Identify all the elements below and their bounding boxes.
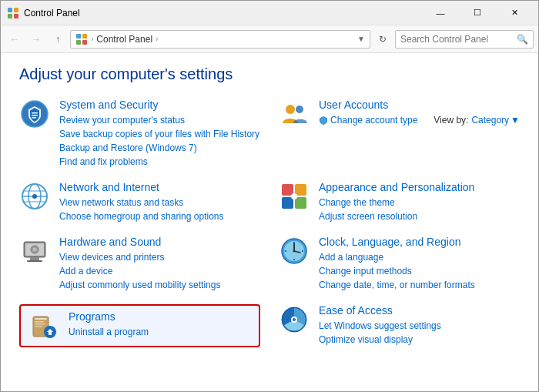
ease-of-access-icon (279, 304, 310, 335)
network-internet-title[interactable]: Network and Internet (59, 181, 260, 193)
system-security-title[interactable]: System and Security (59, 99, 260, 111)
svg-rect-5 (82, 34, 87, 39)
window-icon (7, 7, 19, 19)
address-path[interactable]: › Control Panel › ▼ (70, 30, 370, 49)
path-separator: › (91, 35, 93, 43)
svg-rect-0 (8, 8, 12, 12)
up-button[interactable]: ↑ (49, 30, 67, 49)
svg-rect-3 (14, 14, 18, 18)
shield-icon (319, 116, 328, 125)
programs-content: Programs Uninstall a program (69, 310, 251, 339)
categories-grid: System and Security Review your computer… (19, 99, 520, 347)
svg-rect-22 (295, 184, 306, 196)
programs-icon (28, 310, 59, 341)
category-ease-of-access: Ease of Access Let Windows suggest setti… (279, 304, 520, 347)
path-dropdown[interactable]: ▼ (357, 35, 365, 43)
window-title: Control Panel (24, 8, 423, 18)
svg-point-25 (291, 193, 297, 199)
system-security-link-3[interactable]: Backup and Restore (Windows 7) (59, 141, 260, 155)
svg-rect-7 (82, 40, 87, 45)
user-accounts-icon (279, 99, 310, 129)
network-internet-content: Network and Internet View network status… (59, 181, 260, 223)
view-by-value-text: Category (471, 115, 509, 126)
svg-rect-31 (27, 260, 42, 262)
svg-rect-43 (35, 321, 44, 323)
hardware-sound-link-2[interactable]: Add a device (59, 264, 260, 278)
hardware-sound-content: Hardware and Sound View devices and prin… (59, 236, 260, 292)
ease-of-access-title[interactable]: Ease of Access (319, 304, 520, 317)
system-security-link-2[interactable]: Save backup copies of your files with Fi… (59, 127, 260, 141)
view-by-chevron-icon: ▼ (511, 115, 520, 126)
close-button[interactable]: ✕ (497, 1, 532, 25)
programs-title[interactable]: Programs (69, 310, 251, 323)
network-internet-link-2[interactable]: Choose homegroup and sharing options (59, 209, 260, 223)
svg-rect-12 (32, 117, 36, 119)
view-by-label: View by: (434, 115, 468, 126)
svg-rect-45 (35, 326, 42, 327)
svg-rect-44 (35, 323, 45, 325)
clock-language-content: Clock, Language, and Region Add a langua… (319, 236, 520, 292)
clock-language-title[interactable]: Clock, Language, and Region (319, 236, 520, 248)
appearance-icon (279, 181, 310, 212)
hardware-sound-link-1[interactable]: View devices and printers (59, 250, 260, 264)
view-by-dropdown[interactable]: Category ▼ (471, 115, 520, 126)
path-icon (75, 33, 88, 45)
svg-rect-1 (14, 8, 18, 12)
ease-of-access-content: Ease of Access Let Windows suggest setti… (319, 304, 520, 347)
maximize-button[interactable]: ☐ (460, 1, 495, 25)
svg-point-29 (33, 248, 37, 252)
svg-point-14 (296, 106, 303, 113)
system-security-content: System and Security Review your computer… (59, 99, 260, 169)
svg-point-13 (286, 105, 295, 114)
user-accounts-title[interactable]: User Accounts (319, 99, 520, 111)
svg-rect-2 (8, 14, 12, 18)
system-security-link-4[interactable]: Find and fix problems (59, 155, 260, 169)
system-security-link-1[interactable]: Review your computer's status (59, 113, 260, 127)
view-by: View by: Category ▼ (434, 115, 520, 126)
hardware-sound-link-3[interactable]: Adjust commonly used mobility settings (59, 278, 260, 292)
ease-of-access-link-1[interactable]: Let Windows suggest settings (319, 319, 520, 333)
page-title: Adjust your computer's settings (19, 65, 520, 83)
appearance-link-1[interactable]: Change the theme (319, 196, 520, 209)
svg-rect-24 (295, 197, 306, 209)
svg-rect-11 (32, 115, 38, 116)
clock-language-link-2[interactable]: Change input methods (319, 264, 520, 278)
appearance-title[interactable]: Appearance and Personalization (319, 181, 520, 193)
svg-rect-30 (30, 257, 39, 260)
svg-rect-6 (76, 40, 81, 45)
svg-rect-10 (32, 112, 38, 114)
search-box[interactable]: 🔍 (395, 30, 534, 49)
svg-rect-4 (76, 34, 81, 39)
programs-link-1[interactable]: Uninstall a program (69, 325, 251, 339)
clock-language-icon (279, 236, 310, 266)
svg-point-20 (32, 194, 37, 199)
clock-language-link-1[interactable]: Add a language (319, 250, 520, 264)
search-icon: 🔍 (517, 34, 528, 45)
clock-language-link-3[interactable]: Change date, time, or number formats (319, 278, 520, 292)
path-separator2: › (156, 35, 158, 43)
main-content: Adjust your computer's settings View by:… (1, 53, 538, 360)
category-clock-language: Clock, Language, and Region Add a langua… (279, 236, 520, 292)
svg-rect-21 (282, 184, 293, 196)
forward-button[interactable]: → (27, 30, 45, 49)
svg-point-49 (293, 318, 296, 321)
network-internet-link-1[interactable]: View network status and tasks (59, 196, 260, 209)
minimize-button[interactable]: — (423, 1, 458, 25)
network-internet-icon (19, 181, 50, 212)
category-network-internet: Network and Internet View network status… (19, 181, 260, 223)
back-button[interactable]: ← (5, 30, 24, 49)
appearance-link-2[interactable]: Adjust screen resolution (319, 209, 520, 223)
hardware-sound-icon (19, 236, 50, 266)
category-appearance: Appearance and Personalization Change th… (279, 181, 520, 223)
refresh-button[interactable]: ↻ (373, 30, 392, 49)
path-text: Control Panel (96, 34, 152, 45)
search-input[interactable] (400, 34, 514, 45)
title-bar: Control Panel — ☐ ✕ (1, 1, 538, 25)
system-security-icon (19, 99, 50, 129)
category-user-accounts: User Accounts Change account type (279, 99, 520, 169)
hardware-sound-title[interactable]: Hardware and Sound (59, 236, 260, 248)
ease-of-access-link-2[interactable]: Optimize visual display (319, 333, 520, 347)
svg-rect-42 (35, 318, 47, 320)
svg-rect-23 (282, 197, 293, 209)
category-hardware-sound: Hardware and Sound View devices and prin… (19, 236, 260, 292)
